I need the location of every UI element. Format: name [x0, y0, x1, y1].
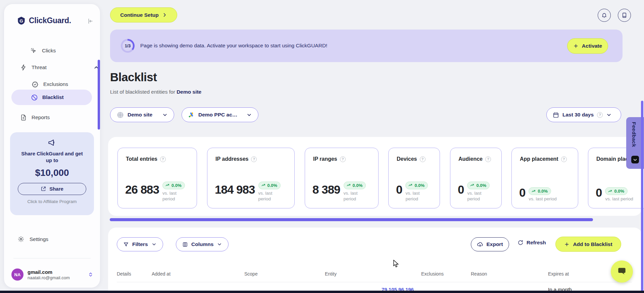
stat-label: Audience: [458, 156, 483, 162]
chevron-down-icon: [217, 242, 222, 247]
compare-label: vs. last period: [467, 190, 492, 202]
badge-check-icon: [32, 81, 39, 88]
share-button[interactable]: Share: [18, 183, 86, 195]
stat-value: 0: [458, 183, 464, 196]
plus-icon: [573, 43, 579, 49]
chevron-right-icon: [162, 12, 167, 17]
stat-label: Devices: [397, 156, 417, 162]
sidebar-item-clicks[interactable]: Clicks: [30, 45, 56, 56]
column-header-exclusions[interactable]: Exclusions: [421, 271, 444, 277]
column-header-details[interactable]: Details: [117, 271, 131, 277]
column-header-scope[interactable]: Scope: [244, 271, 258, 277]
columns-button[interactable]: Columns: [176, 237, 229, 251]
sidebar: G ClickGuard. Clicks Threat: [4, 4, 100, 288]
page-scrollbar[interactable]: [641, 101, 643, 293]
help-icon[interactable]: ?: [420, 156, 426, 162]
chevron-down-icon: [606, 112, 612, 118]
promo-text: Share ClickGuard and get up to: [10, 150, 94, 164]
sidebar-item-reports[interactable]: Reports: [20, 112, 50, 123]
column-header-expires-at[interactable]: Expires at: [548, 271, 569, 277]
page-title: Blacklist: [110, 70, 157, 84]
help-icon[interactable]: ?: [597, 112, 603, 118]
setup-progress-ring: 1/3: [121, 39, 135, 53]
affiliate-promo-card[interactable]: Share ClickGuard and get up to $10,000 S…: [10, 132, 94, 215]
demo-data-banner: 1/3 Page is showing demo data. Activate …: [110, 30, 623, 62]
sidebar-item-label: Clicks: [42, 48, 56, 54]
chevrons-up-down-icon: [88, 272, 93, 277]
stat-label: Total entries: [126, 156, 157, 162]
chevron-down-icon: [151, 242, 157, 247]
compare-label: vs. last period: [605, 196, 633, 202]
delta-value: 0.0%: [614, 189, 624, 194]
site-selector[interactable]: Demo site: [110, 107, 174, 122]
stat-value: 184 983: [215, 183, 255, 196]
activate-button[interactable]: Activate: [567, 38, 608, 54]
notifications-button[interactable]: [598, 9, 611, 22]
sidebar-item-exclusions[interactable]: Exclusions: [32, 79, 68, 90]
bottom-edge-bar: [0, 291, 644, 293]
globe-icon: [116, 111, 124, 119]
divider: [117, 282, 632, 282]
sidebar-item-blacklist[interactable]: Blacklist: [11, 90, 92, 105]
help-icon[interactable]: ?: [160, 156, 166, 162]
delta-value: 0.0%: [353, 183, 363, 188]
delta-value: 0.0%: [171, 183, 182, 188]
export-button[interactable]: Export: [471, 237, 509, 251]
refresh-button[interactable]: Refresh: [517, 240, 546, 246]
chat-bubble-icon: [616, 266, 627, 277]
columns-icon: [182, 242, 188, 247]
bell-icon: [601, 12, 607, 18]
sidebar-scrollbar[interactable]: [98, 60, 100, 130]
collapse-sidebar-icon[interactable]: [87, 17, 94, 25]
blacklist-table-panel: Filters Columns Export Refresh: [108, 228, 642, 293]
add-to-blacklist-button[interactable]: Add to Blacklist: [555, 237, 621, 252]
setup-progress-value: 1/3: [122, 41, 133, 51]
delta-value: 0.0%: [538, 189, 548, 194]
continue-setup-label: Continue Setup: [120, 12, 159, 18]
stat-value: 26 883: [125, 183, 159, 196]
funnel-icon: [123, 242, 129, 247]
workspace-name: gmail.com: [28, 269, 88, 275]
help-icon[interactable]: ?: [340, 156, 346, 162]
compare-label: vs. last period: [344, 190, 368, 202]
help-icon[interactable]: ?: [561, 156, 567, 162]
continue-setup-button[interactable]: Continue Setup: [110, 7, 177, 22]
stat-value: 0: [396, 183, 402, 196]
sidebar-item-threat[interactable]: Threat: [20, 62, 91, 73]
filters-label: Filters: [132, 241, 148, 247]
logo-text: ClickGuard.: [29, 16, 71, 25]
stat-card-devices: Devices? 0 0.0% vs. last period: [388, 148, 440, 208]
ppc-account-selector[interactable]: Demo PPC ac…: [182, 107, 258, 122]
filters-button[interactable]: Filters: [117, 237, 163, 251]
column-header-entity[interactable]: Entity: [325, 271, 337, 277]
google-ads-icon: [188, 111, 195, 118]
compare-label: vs. last period: [162, 190, 187, 202]
sidebar-item-label: Threat: [32, 64, 47, 70]
column-header-reason[interactable]: Reason: [471, 271, 487, 277]
chevron-down-icon: [246, 112, 252, 118]
ban-icon: [31, 94, 38, 101]
settings-label: Settings: [30, 236, 48, 242]
date-range-selector[interactable]: Last 30 days ?: [546, 107, 621, 122]
ppc-account-value: Demo PPC ac…: [198, 112, 237, 118]
compare-label: vs. last period: [529, 196, 556, 202]
help-icon[interactable]: ?: [251, 156, 257, 162]
refresh-icon: [517, 240, 524, 246]
column-header-added-at[interactable]: Added at: [152, 271, 170, 277]
sidebar-item-label: Reports: [32, 114, 50, 120]
delta-badge: 0.0%: [344, 182, 366, 189]
chat-widget-button[interactable]: [611, 260, 633, 283]
lightning-icon: [20, 64, 27, 71]
delta-value: 0.0%: [414, 183, 425, 188]
docs-button[interactable]: [618, 9, 631, 22]
workspace-switcher[interactable]: NA gmail.com naatali.ro@gmail.com: [11, 268, 93, 281]
clickguard-shield-icon: G: [17, 16, 26, 25]
gear-icon: [17, 236, 24, 243]
logo[interactable]: G ClickGuard.: [17, 16, 71, 25]
stat-card-ip-addresses: IP addresses? 184 983 0.0% vs. last peri…: [207, 148, 295, 208]
add-to-blacklist-label: Add to Blacklist: [573, 241, 612, 247]
cards-horizontal-scrollbar[interactable]: [110, 218, 593, 221]
sidebar-item-settings[interactable]: Settings: [17, 236, 48, 243]
stat-value: 0: [596, 186, 602, 199]
help-icon[interactable]: ?: [485, 156, 491, 162]
